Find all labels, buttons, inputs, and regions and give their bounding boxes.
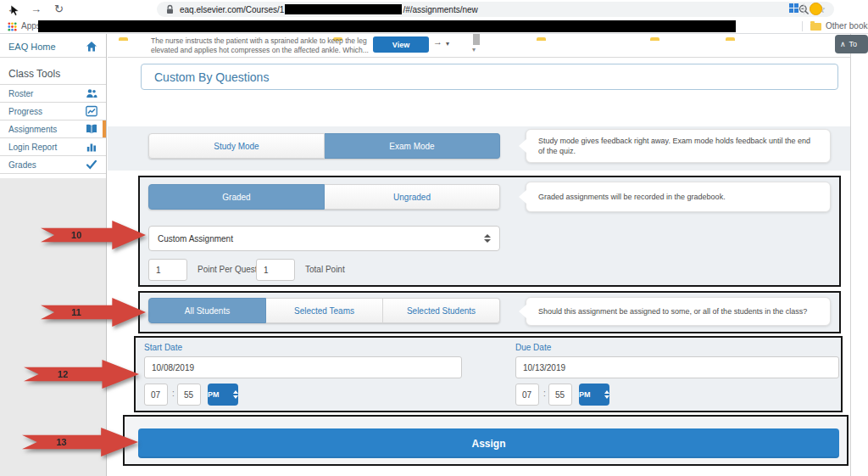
graded-toggle: Graded Ungraded <box>148 184 500 210</box>
ungraded-button[interactable]: Ungraded <box>325 184 500 210</box>
progress-label: Progress <box>8 107 86 116</box>
row-caret-icon[interactable]: ▾ <box>446 40 449 48</box>
extension-icon[interactable] <box>789 3 798 13</box>
meridiem-spinner-icon <box>233 390 238 399</box>
grades-label: Grades <box>8 160 86 170</box>
due-minute-input[interactable] <box>548 384 572 406</box>
due-meridiem-button[interactable]: PM <box>579 384 609 406</box>
selected-teams-button[interactable]: Selected Teams <box>266 298 383 323</box>
sidebar-item-grades[interactable]: Grades <box>0 156 106 174</box>
start-date-input[interactable] <box>144 356 462 378</box>
url-redaction <box>285 4 402 14</box>
annotation-arrow-11: 11 <box>41 298 146 327</box>
people-icon <box>86 87 97 99</box>
start-hour-input[interactable] <box>144 384 168 406</box>
select-spinner-icon <box>484 234 491 243</box>
study-mode-button[interactable]: Study Mode <box>148 133 325 159</box>
mouse-cursor-icon <box>11 5 19 16</box>
audience-toggle: All Students Selected Teams Selected Stu… <box>148 298 500 323</box>
apps-grid-icon[interactable] <box>8 22 17 31</box>
assignments-label: Assignments <box>8 125 86 134</box>
scroll-top-label: To <box>849 40 858 48</box>
view-button[interactable]: View <box>373 36 429 53</box>
arrow-11-label: 11 <box>41 298 146 327</box>
refresh-icon[interactable]: ↻ <box>54 0 64 19</box>
bookmarks-redaction <box>38 20 736 32</box>
graded-callout-text: Graded assignments will be recorded in t… <box>538 192 726 202</box>
bar-chart-icon <box>86 141 97 153</box>
annotation-arrow-10: 10 <box>41 221 146 249</box>
mode-callout: Study mode gives feedback right away. Ex… <box>526 129 831 163</box>
due-date-input[interactable] <box>515 356 839 378</box>
roster-label: Roster <box>8 89 86 98</box>
question-row-divider <box>108 57 850 58</box>
start-meridiem-button[interactable]: PM <box>208 384 238 406</box>
url-text-prefix: eaq.elsevier.com/Courses/1 <box>180 5 284 14</box>
bookmark-folder-tab <box>650 37 659 41</box>
bookmark-folder-tab <box>119 37 128 41</box>
due-hour-input[interactable] <box>515 384 539 406</box>
graded-button[interactable]: Graded <box>148 184 325 210</box>
url-text-suffix: /#/assignments/new <box>403 5 477 14</box>
address-bar[interactable]: eaq.elsevier.com/Courses/1 /#/assignment… <box>157 2 834 17</box>
book-icon <box>86 123 97 135</box>
line-chart-icon <box>86 105 97 117</box>
lock-icon <box>165 4 175 14</box>
assign-button[interactable]: Assign <box>138 428 839 458</box>
sidebar-section-class-tools: Class Tools <box>0 63 106 85</box>
forward-icon[interactable]: → <box>31 0 42 19</box>
due-meridiem-value: PM <box>579 390 591 399</box>
start-date-label: Start Date <box>144 343 182 352</box>
sidebar-item-roster[interactable]: Roster <box>0 85 106 103</box>
mode-toggle: Study Mode Exam Mode <box>148 133 500 159</box>
all-students-button[interactable]: All Students <box>148 298 266 323</box>
total-point-label: Total Point <box>305 265 345 274</box>
chevron-up-icon: ∧ <box>840 40 846 48</box>
sidebar-item-progress[interactable]: Progress <box>0 103 106 120</box>
move-arrow-icon[interactable]: → <box>433 36 442 47</box>
arrow-12-label: 12 <box>24 360 139 389</box>
chrome-divider <box>804 3 804 14</box>
scrollbar-down-icon[interactable]: ▾ <box>472 46 476 53</box>
screen: ← → ↻ eaq.elsevier.com/Courses/1 /#/assi… <box>0 0 868 476</box>
time-separator: : <box>172 389 175 398</box>
arrow-10-label: 10 <box>41 221 146 249</box>
scrollbar-thumb[interactable] <box>473 34 480 45</box>
meridiem-spinner-icon <box>604 390 609 399</box>
start-minute-input[interactable] <box>177 384 201 406</box>
arrow-13-label: 13 <box>22 428 138 456</box>
assignment-type-select[interactable]: Custom Assignment <box>148 226 500 251</box>
bookmarks-bar: Apps Other bookma <box>0 19 868 34</box>
panel-custom-by-questions: Custom By Questions <box>141 64 838 90</box>
sidebar-item-eaq-home[interactable]: EAQ Home <box>0 36 106 58</box>
exam-mode-button[interactable]: Exam Mode <box>325 133 500 159</box>
mode-callout-text: Study mode gives feedback right away. Ex… <box>538 136 818 156</box>
sidebar-item-login-report[interactable]: Login Report <box>0 138 106 156</box>
browser-toolbar: ← → ↻ eaq.elsevier.com/Courses/1 /#/assi… <box>0 0 868 19</box>
content-right-border <box>850 34 851 476</box>
point-per-question-input[interactable] <box>148 259 187 281</box>
audience-callout: Should this assignment be assigned to so… <box>526 297 831 326</box>
sidebar: EAQ Home Class Tools Roster Progress Ass… <box>0 34 107 476</box>
start-meridiem-value: PM <box>208 390 220 399</box>
profile-avatar[interactable] <box>810 3 822 15</box>
class-tools-label: Class Tools <box>8 68 97 80</box>
annotation-arrow-12: 12 <box>24 360 139 389</box>
check-icon <box>86 159 97 171</box>
selected-students-button[interactable]: Selected Students <box>383 298 500 323</box>
login-report-label: Login Report <box>8 143 86 152</box>
question-snippet: The nurse instructs the patient with a s… <box>151 36 376 55</box>
eaq-home-label: EAQ Home <box>8 42 86 52</box>
bookmarks-divider <box>802 21 803 31</box>
other-bookmarks-label[interactable]: Other bookma <box>826 21 868 31</box>
bookmark-folder-tab <box>537 37 546 41</box>
sidebar-item-assignments[interactable]: Assignments <box>0 120 106 138</box>
due-date-label: Due Date <box>515 343 551 352</box>
total-point-input[interactable] <box>256 259 295 281</box>
bookmark-folder-tab <box>726 37 735 41</box>
audience-callout-text: Should this assignment be assigned to so… <box>538 306 807 316</box>
active-indicator <box>103 120 106 137</box>
page-title: Custom By Questions <box>154 70 269 84</box>
time-separator: : <box>543 389 546 398</box>
scroll-to-top-button[interactable]: ∧ To <box>835 35 868 53</box>
